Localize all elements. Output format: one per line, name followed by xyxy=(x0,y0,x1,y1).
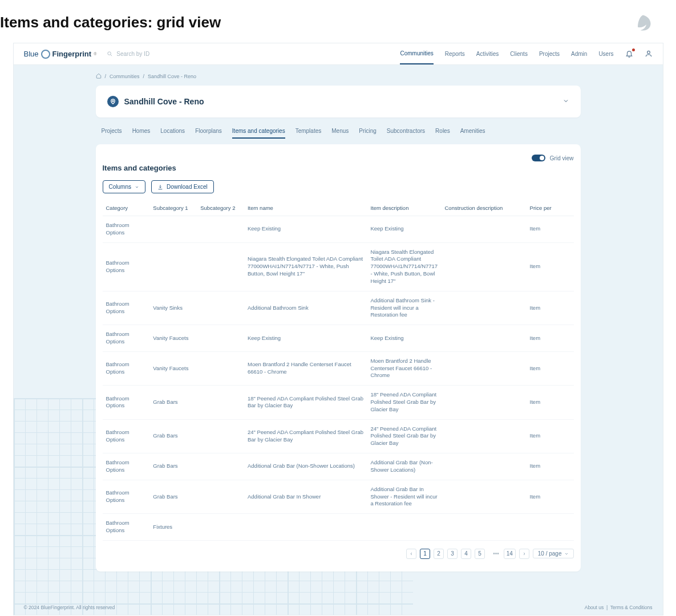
topnav-item-projects[interactable]: Projects xyxy=(539,44,560,64)
chevron-down-icon xyxy=(135,185,139,189)
subtab-subcontractors[interactable]: Subcontractors xyxy=(387,124,425,139)
page-next-button[interactable] xyxy=(519,549,529,559)
page-prev-button[interactable] xyxy=(406,549,416,559)
footer-link-terms[interactable]: Terms & Conditions xyxy=(610,605,653,610)
doc-heading: Items and categories: grid view xyxy=(0,0,676,43)
leaf-icon xyxy=(633,13,653,33)
page-ellipsis: ••• xyxy=(492,550,500,557)
table-row[interactable]: Bathroom OptionsGrab BarsAdditional Grab… xyxy=(103,480,574,513)
subtab-homes[interactable]: Homes xyxy=(132,124,151,139)
brand-right: Fingerprint xyxy=(52,50,92,58)
topnav-item-communities[interactable]: Communities xyxy=(400,43,433,64)
svg-line-1 xyxy=(111,55,112,56)
footer-link-about[interactable]: About us xyxy=(585,605,604,610)
column-header[interactable]: Item description xyxy=(367,200,441,216)
page-size-select[interactable]: 10 / page xyxy=(533,549,574,558)
page-last-button[interactable]: 14 xyxy=(504,549,516,559)
fingerprint-icon xyxy=(41,50,50,59)
table-cell: Bathroom Options xyxy=(103,242,150,291)
table-cell: Bathroom Options xyxy=(103,386,150,419)
columns-button[interactable]: Columns xyxy=(103,180,145,193)
subtab-pricing[interactable]: Pricing xyxy=(359,124,377,139)
table-cell: Moen Brantford 2 Handle Centerset Faucet… xyxy=(244,351,367,385)
table-row[interactable]: Bathroom OptionsGrab BarsAdditional Grab… xyxy=(103,453,574,480)
table-cell: Bathroom Options xyxy=(103,351,150,385)
subtab-amenities[interactable]: Amenities xyxy=(460,124,485,139)
table-cell xyxy=(244,514,367,541)
table-cell xyxy=(441,291,526,325)
table-cell: Item xyxy=(527,242,574,291)
table-cell xyxy=(197,419,244,453)
brand-logo[interactable]: Blue Fingerprint ® xyxy=(24,50,97,59)
table-cell: Additional Grab Bar In Shower - Resident… xyxy=(367,480,441,513)
brand-trademark: ® xyxy=(94,52,96,56)
svg-point-2 xyxy=(647,51,650,54)
topnav-item-clients[interactable]: Clients xyxy=(510,44,528,64)
breadcrumb: / Communities / Sandhill Cove - Reno xyxy=(96,73,581,80)
user-avatar-icon[interactable] xyxy=(645,50,653,59)
column-header[interactable]: Subcategory 1 xyxy=(149,200,197,216)
subtab-items-and-categories[interactable]: Items and categories xyxy=(232,124,285,139)
page-number-button[interactable]: 3 xyxy=(447,549,458,559)
column-header[interactable]: Category xyxy=(103,200,150,216)
table-cell: 24" Peened ADA Compliant Polished Steel … xyxy=(244,419,367,453)
download-excel-button[interactable]: Download Excel xyxy=(151,180,214,193)
subtab-projects[interactable]: Projects xyxy=(102,124,122,139)
page-header-card[interactable]: Sandhill Cove - Reno xyxy=(96,86,581,117)
subtab-locations[interactable]: Locations xyxy=(160,124,185,139)
page-number-button[interactable]: 5 xyxy=(475,549,485,559)
table-cell xyxy=(197,325,244,352)
table-row[interactable]: Bathroom OptionsNiagara Stealth Elongate… xyxy=(103,242,574,291)
table-row[interactable]: Bathroom OptionsVanity FaucetsKeep Exist… xyxy=(103,325,574,352)
chevron-down-icon xyxy=(564,552,569,556)
column-header[interactable]: Subcategory 2 xyxy=(197,200,244,216)
notification-bell-icon[interactable] xyxy=(625,50,633,59)
pagination: 12345 ••• 14 10 / page xyxy=(103,549,574,559)
table-cell xyxy=(441,480,526,513)
table-cell: Item xyxy=(527,351,574,385)
table-row[interactable]: Bathroom OptionsGrab Bars18" Peened ADA … xyxy=(103,386,574,419)
download-button-label: Download Excel xyxy=(167,184,208,190)
table-row[interactable]: Bathroom OptionsKeep ExistingKeep Existi… xyxy=(103,216,574,243)
footer: © 2024 BlueFingerprint. All rights reser… xyxy=(14,600,663,615)
breadcrumb-communities[interactable]: Communities xyxy=(110,74,140,79)
topnav-item-reports[interactable]: Reports xyxy=(445,44,465,64)
column-header[interactable]: Construction description xyxy=(441,200,526,216)
topnav-item-admin[interactable]: Admin xyxy=(571,44,587,64)
page-number-button[interactable]: 2 xyxy=(434,549,444,559)
app-frame: Blue Fingerprint ® Search by ID Communit… xyxy=(13,43,663,615)
table-row[interactable]: Bathroom OptionsGrab Bars24" Peened ADA … xyxy=(103,419,574,453)
table-cell: Vanity Faucets xyxy=(149,351,197,385)
table-cell: Additional Grab Bar (Non-Shower Location… xyxy=(244,453,367,480)
items-table: CategorySubcategory 1Subcategory 2Item n… xyxy=(103,200,574,541)
subtab-templates[interactable]: Templates xyxy=(296,124,322,139)
column-header[interactable]: Item name xyxy=(244,200,367,216)
main-card: Grid view Items and categories Columns D… xyxy=(96,144,581,572)
grid-view-toggle[interactable] xyxy=(532,155,545,161)
table-cell: 18" Peened ADA Compliant Polished Steel … xyxy=(244,386,367,419)
table-row[interactable]: Bathroom OptionsFixtures xyxy=(103,514,574,541)
page-number-button[interactable]: 4 xyxy=(461,549,471,559)
table-cell xyxy=(149,216,197,243)
table-row[interactable]: Bathroom OptionsVanity FaucetsMoen Brant… xyxy=(103,351,574,385)
table-cell: Bathroom Options xyxy=(103,216,150,243)
page-number-button[interactable]: 1 xyxy=(420,549,430,559)
subtab-menus[interactable]: Menus xyxy=(331,124,349,139)
svg-point-3 xyxy=(112,100,114,102)
subtab-floorplans[interactable]: Floorplans xyxy=(195,124,222,139)
table-cell xyxy=(441,514,526,541)
table-cell xyxy=(527,514,574,541)
home-icon[interactable] xyxy=(96,73,102,80)
table-row[interactable]: Bathroom OptionsVanity SinksAdditional B… xyxy=(103,291,574,325)
subtab-roles[interactable]: Roles xyxy=(435,124,450,139)
table-cell xyxy=(197,514,244,541)
table-cell: Item xyxy=(527,216,574,243)
topnav-item-users[interactable]: Users xyxy=(598,44,613,64)
chevron-down-icon[interactable] xyxy=(562,98,569,106)
search-input[interactable]: Search by ID xyxy=(107,51,149,57)
table-cell: Keep Existing xyxy=(244,325,367,352)
column-header[interactable]: Price per xyxy=(527,200,574,216)
table-cell xyxy=(197,216,244,243)
table-cell: Fixtures xyxy=(149,514,197,541)
topnav-item-activities[interactable]: Activities xyxy=(476,44,499,64)
